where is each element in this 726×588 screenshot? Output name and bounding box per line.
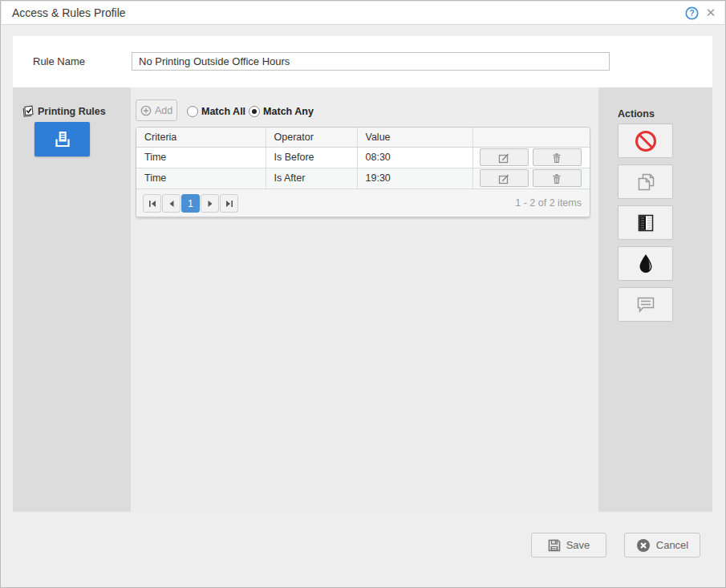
match-mode-radios: Match All Match Any	[187, 105, 314, 117]
cancel-label: Cancel	[656, 539, 688, 551]
edit-icon	[498, 152, 510, 164]
add-icon	[140, 105, 152, 116]
page-number-button[interactable]: 1	[181, 194, 200, 213]
save-label: Save	[566, 539, 590, 551]
copy-pages-icon	[635, 171, 657, 193]
col-value: Value	[357, 128, 473, 147]
dialog-window: Access & Rules Profile ? ✕ Rule Name Pri…	[0, 0, 726, 588]
edit-row-button[interactable]	[480, 148, 529, 166]
grayscale-document-button[interactable]	[618, 205, 673, 240]
checked-pages-icon	[22, 105, 34, 118]
dialog-title: Access & Rules Profile	[12, 2, 126, 24]
cell-operator: Is Before	[266, 147, 357, 168]
printing-rules-header: Printing Rules	[22, 105, 106, 118]
cell-value: 08:30	[357, 147, 473, 168]
cell-criteria: Time	[136, 147, 266, 168]
trash-icon	[551, 173, 562, 185]
cell-criteria: Time	[136, 168, 266, 189]
col-criteria: Criteria	[136, 128, 266, 147]
match-any-radio[interactable]	[249, 106, 260, 117]
prohibition-icon	[634, 129, 658, 153]
match-all-radio[interactable]	[187, 106, 198, 117]
comment-button[interactable]	[618, 287, 673, 322]
grayscale-document-icon	[635, 213, 656, 233]
rule-name-input[interactable]	[132, 52, 610, 71]
next-page-button[interactable]	[201, 194, 219, 213]
next-page-icon	[205, 199, 215, 209]
col-operator: Operator	[266, 128, 357, 147]
grid-pager: 1 1 - 2 of 2 items	[136, 189, 590, 217]
copy-pages-button[interactable]	[618, 164, 673, 199]
prev-page-icon	[167, 199, 176, 209]
rule-name-label: Rule Name	[33, 36, 85, 87]
pager-summary: 1 - 2 of 2 items	[515, 189, 582, 217]
printing-rules-label: Printing Rules	[38, 106, 106, 117]
delete-row-button[interactable]	[533, 169, 582, 187]
printing-rules-button[interactable]	[34, 122, 90, 156]
ink-drop-icon	[635, 253, 656, 275]
col-actions	[473, 128, 590, 147]
rules-grid: Criteria Operator Value Time Is Before 0…	[136, 127, 590, 217]
cancel-button[interactable]: Cancel	[624, 533, 700, 558]
rule-name-panel: Rule Name	[13, 36, 712, 87]
grid-row: Time Is Before 08:30	[136, 147, 590, 168]
cell-value: 19:30	[357, 168, 473, 189]
cell-actions	[473, 168, 590, 189]
edit-icon	[498, 173, 510, 185]
first-page-icon	[148, 199, 157, 209]
ink-drop-button[interactable]	[618, 246, 673, 281]
save-icon	[548, 539, 561, 552]
add-button[interactable]: Add	[136, 99, 177, 121]
match-any-label: Match Any	[263, 106, 314, 117]
main-panel: Add Match All Match Any Criteria Operato…	[131, 87, 598, 512]
add-label: Add	[155, 105, 172, 116]
last-page-button[interactable]	[220, 194, 238, 213]
prev-page-button[interactable]	[162, 194, 180, 213]
actions-title: Actions	[618, 108, 655, 120]
help-icon[interactable]: ?	[685, 6, 699, 20]
left-sidebar: Printing Rules	[13, 87, 131, 512]
svg-text:?: ?	[689, 9, 694, 18]
last-page-icon	[225, 199, 234, 209]
printer-icon	[52, 130, 73, 149]
first-page-button[interactable]	[143, 194, 161, 213]
save-button[interactable]: Save	[531, 533, 606, 558]
grid-row: Time Is After 19:30	[136, 168, 590, 189]
actions-panel: Actions	[598, 87, 712, 512]
comment-icon	[635, 294, 657, 315]
title-bar: Access & Rules Profile ? ✕	[2, 2, 724, 25]
deny-printing-button[interactable]	[618, 124, 673, 158]
delete-row-button[interactable]	[533, 148, 582, 166]
cancel-icon	[636, 538, 651, 553]
cell-operator: Is After	[266, 168, 357, 189]
match-all-label: Match All	[201, 106, 245, 117]
close-icon[interactable]: ✕	[704, 6, 717, 20]
grid-header-row: Criteria Operator Value	[136, 128, 590, 147]
trash-icon	[551, 152, 562, 164]
edit-row-button[interactable]	[480, 169, 529, 187]
cell-actions	[473, 147, 590, 168]
